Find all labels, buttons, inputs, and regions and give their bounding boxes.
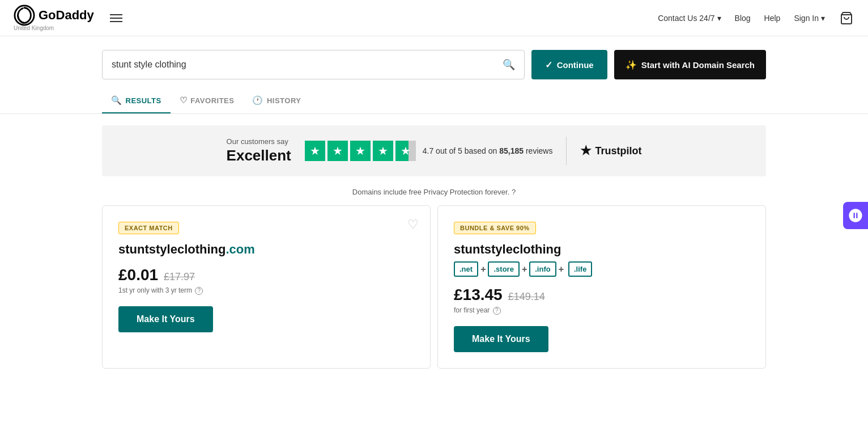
signin-label: Sign In: [794, 14, 819, 23]
search-input[interactable]: [112, 60, 503, 70]
logo-text: GoDaddy: [39, 8, 94, 23]
tp-logo-star: ★: [580, 143, 592, 158]
price-original-bundle: £149.14: [508, 291, 545, 303]
tld-tag-store: .store: [488, 261, 519, 277]
logo-area: GoDaddy United Kingdom: [14, 5, 94, 31]
privacy-notice: Domains include free Privacy Protection …: [0, 188, 868, 196]
tp-divider: [566, 137, 567, 165]
domain-cards: ♡ EXACT MATCH stuntstyleclothing.com £0.…: [102, 205, 766, 369]
domain-base-exact: stuntstyleclothing: [118, 242, 225, 256]
privacy-info-icon[interactable]: ?: [512, 188, 516, 196]
help-link[interactable]: Help: [764, 14, 781, 23]
tld-tag-info: .info: [529, 261, 556, 277]
price-current-exact: £0.01: [118, 266, 158, 284]
favorites-icon: ♡: [180, 95, 188, 105]
price-info-icon-exact[interactable]: ?: [195, 287, 203, 295]
price-note-bundle: for first year ?: [454, 306, 750, 315]
logo-subtitle: United Kingdom: [14, 25, 54, 31]
tab-results[interactable]: 🔍 RESULTS: [102, 88, 171, 113]
domain-name-exact: stuntstyleclothing.com: [118, 242, 414, 257]
tp-stars: ★ ★ ★ ★ ★ 4.7 out of 5 based on 85,185 r…: [305, 141, 553, 161]
tld-tag-net: .net: [454, 261, 478, 277]
tab-history-label: HISTORY: [267, 96, 301, 105]
logo-icon: [14, 5, 35, 26]
tab-favorites[interactable]: ♡ FAVORITES: [171, 88, 244, 113]
tp-reviews: 4.7 out of 5 based on 85,185 reviews: [423, 146, 553, 155]
price-current-bundle: £13.45: [454, 286, 503, 304]
tp-star-4: ★: [373, 141, 393, 161]
price-original-exact: £17.97: [164, 271, 195, 283]
tp-count: 85,185: [499, 146, 524, 155]
godaddy-logo[interactable]: GoDaddy: [14, 5, 94, 26]
search-button[interactable]: 🔍: [503, 58, 515, 71]
tp-logo: ★ Trustpilot: [580, 143, 641, 158]
tld-tag-life: .life: [568, 261, 592, 277]
contact-chevron-icon: ▾: [717, 14, 721, 23]
contact-link[interactable]: Contact Us 24/7 ▾: [658, 14, 721, 23]
header-right: Contact Us 24/7 ▾ Blog Help Sign In ▾: [658, 10, 854, 26]
ai-search-button[interactable]: ✨ Start with AI Domain Search: [614, 50, 766, 79]
site-header: GoDaddy United Kingdom Contact Us 24/7 ▾…: [0, 0, 868, 36]
ai-search-label: Start with AI Domain Search: [641, 60, 755, 70]
results-icon: 🔍: [111, 95, 122, 105]
search-tabs: 🔍 RESULTS ♡ FAVORITES 🕐 HISTORY: [0, 88, 868, 114]
contact-label: Contact Us 24/7: [658, 14, 714, 23]
continue-button[interactable]: ✓ Continue: [531, 50, 607, 79]
tp-reviews-label: reviews: [526, 146, 552, 155]
tp-star-3: ★: [350, 141, 371, 161]
tp-score: 4.7 out of 5 based on: [423, 146, 497, 155]
hamburger-menu[interactable]: [105, 10, 127, 27]
tp-text: Our customers say Excellent: [227, 137, 291, 164]
tp-logo-text: Trustpilot: [595, 145, 641, 157]
tp-star-2: ★: [327, 141, 348, 161]
tp-excellent: Excellent: [227, 147, 291, 164]
price-info-icon-bundle[interactable]: ?: [493, 307, 501, 315]
continue-label: Continue: [557, 60, 594, 70]
header-left: GoDaddy United Kingdom: [14, 5, 127, 31]
ai-chat-bubble[interactable]: [843, 202, 868, 229]
make-it-yours-button-bundle[interactable]: Make It Yours: [454, 326, 548, 352]
check-icon: ✓: [545, 60, 552, 70]
signin-chevron-icon: ▾: [821, 14, 825, 23]
tld-plus-2: +: [522, 264, 527, 274]
price-note-exact: 1st yr only with 3 yr term ?: [118, 286, 414, 295]
signin-link[interactable]: Sign In ▾: [794, 14, 825, 23]
tp-star-1: ★: [305, 141, 325, 161]
cart-icon[interactable]: [839, 10, 854, 26]
exact-match-badge: EXACT MATCH: [118, 222, 179, 234]
tld-plus-1: +: [480, 264, 486, 274]
domain-bundle-name: stuntstyleclothing: [454, 242, 750, 257]
price-row-exact: £0.01 £17.97: [118, 266, 414, 284]
domain-base-bundle: stuntstyleclothing: [454, 242, 561, 256]
bundle-card: BUNDLE & SAVE 90% stuntstyleclothing .ne…: [437, 205, 766, 369]
make-it-yours-button-exact[interactable]: Make It Yours: [118, 306, 213, 332]
tp-customers-say: Our customers say: [227, 137, 291, 146]
ai-bubble-icon: [848, 208, 863, 223]
trustpilot-banner: Our customers say Excellent ★ ★ ★ ★ ★ 4.…: [102, 125, 766, 176]
ai-icon: ✨: [626, 60, 637, 70]
bundle-badge: BUNDLE & SAVE 90%: [454, 222, 536, 234]
tab-favorites-label: FAVORITES: [190, 96, 234, 105]
privacy-text: Domains include free Privacy Protection …: [352, 188, 509, 196]
tld-plus-3: +: [559, 264, 564, 274]
tab-results-label: RESULTS: [126, 96, 161, 105]
tab-history[interactable]: 🕐 HISTORY: [243, 88, 310, 113]
favorite-button[interactable]: ♡: [407, 217, 419, 232]
search-box: 🔍: [102, 50, 525, 79]
tp-star-5: ★: [395, 141, 416, 161]
exact-match-card: ♡ EXACT MATCH stuntstyleclothing.com £0.…: [102, 205, 431, 369]
price-row-bundle: £13.45 £149.14: [454, 286, 750, 304]
domain-tld-exact: .com: [225, 242, 254, 256]
search-area: 🔍 ✓ Continue ✨ Start with AI Domain Sear…: [0, 36, 868, 79]
tld-tags: .net + .store + .info + .life: [454, 261, 750, 277]
blog-link[interactable]: Blog: [735, 14, 751, 23]
history-icon: 🕐: [252, 95, 263, 105]
